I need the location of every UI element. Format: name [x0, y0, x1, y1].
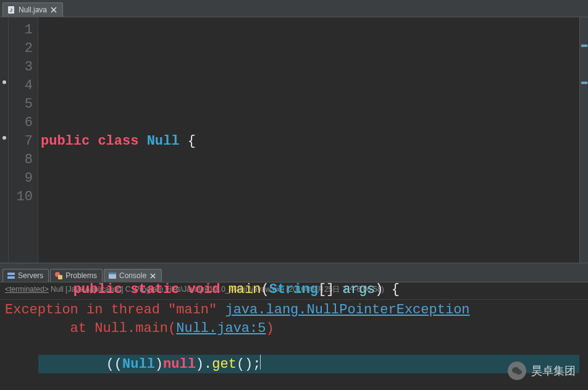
java-file-icon: J	[7, 6, 15, 14]
watermark-text: 昊卓集团	[531, 363, 576, 378]
overview-ruler[interactable]	[579, 17, 588, 263]
code-line-highlighted: ((Null)null).get();	[38, 355, 579, 373]
marker-bar	[0, 17, 9, 263]
code-line	[38, 206, 579, 225]
marker-dot	[2, 80, 6, 84]
overview-mark	[581, 82, 587, 84]
svg-rect-5	[7, 276, 15, 279]
line-gutter: 1 2 3 4 5 6 7 8 9 10	[9, 17, 38, 263]
code-line	[38, 58, 579, 77]
watermark: 昊卓集团	[508, 362, 576, 380]
overview-mark	[581, 45, 587, 47]
line-number: 5	[9, 95, 38, 114]
code-line: public class Null {	[38, 132, 579, 151]
line-number: 6	[9, 114, 38, 132]
servers-icon	[7, 271, 15, 280]
editor-tabbar: J Null.java	[0, 0, 588, 17]
editor-tab-null-java[interactable]: J Null.java	[2, 2, 63, 17]
text-caret	[260, 355, 261, 370]
marker-dot	[2, 136, 6, 140]
wechat-icon	[508, 362, 526, 380]
line-number: 1	[9, 21, 38, 40]
code-editor[interactable]: 1 2 3 4 5 6 7 8 9 10 public class Null {…	[0, 17, 588, 263]
svg-text:J: J	[10, 7, 12, 13]
code-line: public static void main(String[] args) {	[38, 281, 579, 299]
line-number: 3	[9, 58, 38, 77]
line-number: 8	[9, 151, 38, 169]
editor-tab-label: Null.java	[19, 6, 47, 14]
line-number: 7	[9, 132, 38, 151]
line-number: 2	[9, 40, 38, 58]
code-area[interactable]: public class Null { public static void m…	[38, 17, 579, 263]
svg-point-13	[516, 370, 522, 375]
line-number: 4	[9, 77, 38, 95]
close-icon[interactable]	[50, 6, 57, 14]
svg-rect-4	[7, 273, 15, 275]
line-number: 9	[9, 169, 38, 188]
line-number: 10	[9, 188, 38, 206]
